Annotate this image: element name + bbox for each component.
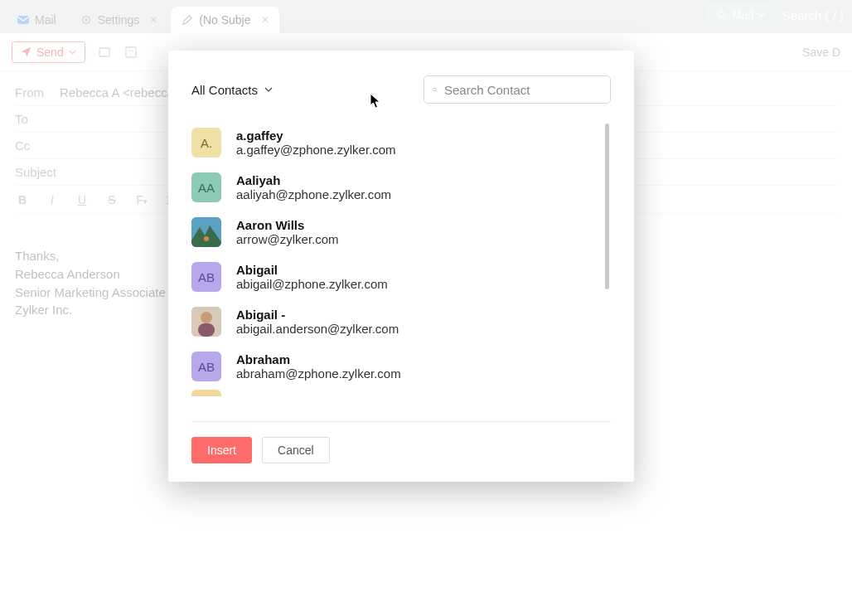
contact-email: arrow@zylker.com xyxy=(236,232,339,246)
avatar: AB xyxy=(191,352,221,381)
contact-search-input[interactable] xyxy=(444,83,602,97)
chevron-down-icon xyxy=(264,87,273,92)
avatar: A. xyxy=(191,128,221,158)
modal-header: All Contacts xyxy=(191,75,611,104)
contacts-filter-label: All Contacts xyxy=(191,83,258,97)
contact-name: Abigail - xyxy=(236,308,399,322)
contacts-filter-dropdown[interactable]: All Contacts xyxy=(191,83,273,97)
svg-point-8 xyxy=(433,88,436,90)
contact-picker-modal: All Contacts A.a.gaffeya.gaffey@zphone.z… xyxy=(168,51,634,482)
avatar: AB xyxy=(191,262,221,292)
svg-rect-14 xyxy=(198,323,215,337)
contact-email: abigail@zphone.zylker.com xyxy=(236,277,388,291)
contact-meta: Abigailabigail@zphone.zylker.com xyxy=(236,263,388,291)
svg-point-11 xyxy=(204,236,209,241)
contact-name: Abigail xyxy=(236,263,388,277)
contact-item-partial[interactable] xyxy=(191,389,606,397)
contact-name: Aaliyah xyxy=(236,173,391,187)
cancel-button[interactable]: Cancel xyxy=(262,437,330,463)
contact-item[interactable]: ABAbrahamabraham@zphone.zylker.com xyxy=(191,344,606,389)
contact-name: Abraham xyxy=(236,352,401,366)
contact-name: a.gaffey xyxy=(236,129,396,143)
avatar xyxy=(191,217,221,247)
contact-search-field[interactable] xyxy=(424,75,611,104)
contact-email: abraham@zphone.zylker.com xyxy=(236,366,401,381)
contact-meta: Abigail -abigail.anderson@zylker.com xyxy=(236,308,399,336)
contact-item[interactable]: Aaron Willsarrow@zylker.com xyxy=(191,210,606,255)
contact-item[interactable]: ABAbigailabigail@zphone.zylker.com xyxy=(191,255,606,299)
contact-email: a.gaffey@zphone.zylker.com xyxy=(236,143,396,157)
contact-meta: a.gaffeya.gaffey@zphone.zylker.com xyxy=(236,129,396,157)
insert-button[interactable]: Insert xyxy=(191,437,252,463)
mouse-cursor xyxy=(370,93,381,109)
avatar xyxy=(191,390,221,396)
contact-item[interactable]: A.a.gaffeya.gaffey@zphone.zylker.com xyxy=(191,120,606,165)
contact-meta: Abrahamabraham@zphone.zylker.com xyxy=(236,352,401,381)
scrollbar-thumb[interactable] xyxy=(605,124,609,289)
svg-point-13 xyxy=(201,312,212,323)
contact-item[interactable]: Abigail -abigail.anderson@zylker.com xyxy=(191,299,606,344)
contact-meta: Aaliyahaaliyah@zphone.zylker.com xyxy=(236,173,391,201)
contact-meta: Aaron Willsarrow@zylker.com xyxy=(236,218,339,246)
avatar: AA xyxy=(191,172,221,202)
avatar xyxy=(191,307,221,337)
contact-name: Aaron Wills xyxy=(236,218,339,232)
svg-line-9 xyxy=(436,90,438,92)
contact-email: aaliyah@zphone.zylker.com xyxy=(236,187,391,201)
search-icon xyxy=(433,84,438,96)
contact-list[interactable]: A.a.gaffeya.gaffey@zphone.zylker.comAAAa… xyxy=(191,120,611,422)
contact-item[interactable]: AAAaliyahaaliyah@zphone.zylker.com xyxy=(191,165,606,210)
contact-email: abigail.anderson@zylker.com xyxy=(236,322,399,336)
modal-actions: Insert Cancel xyxy=(191,422,611,463)
